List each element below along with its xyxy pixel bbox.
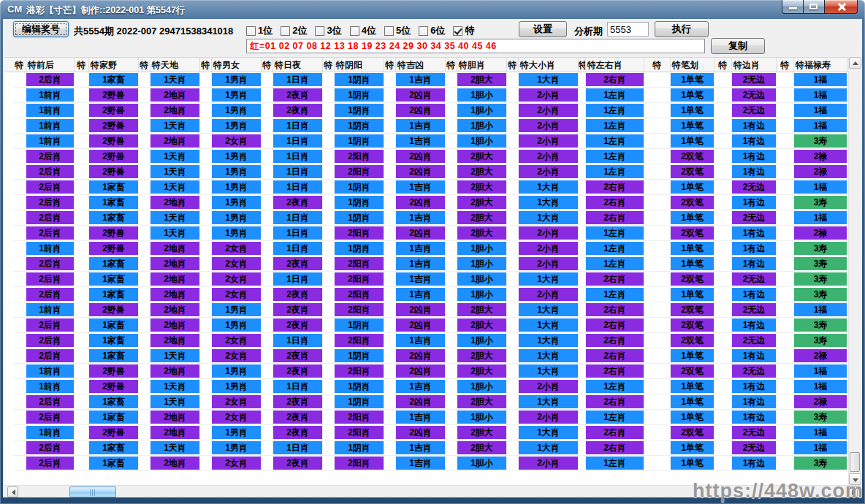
horizontal-scrollbar[interactable] (4, 485, 861, 497)
table-row[interactable]: 2后肖1家畜1天肖1男肖1日肖1阴肖1吉肖2胆大1大肖2右肖1单笔2无边1福 (13, 210, 861, 226)
checkbox-2位[interactable]: 2位 (281, 24, 307, 37)
table-row[interactable]: 1前肖2野兽2地肖1男肖2夜肖2阳肖2凶肖2胆大1大肖2右肖2双笔2无边1福 (13, 302, 861, 318)
table-row[interactable]: 2后肖1家畜1天肖1男肖1日肖1阴肖1吉肖2胆大1大肖2右肖1单笔2无边1福 (13, 440, 861, 456)
column-header[interactable]: 特前后 (26, 58, 75, 72)
maximize-button[interactable] (804, 0, 824, 14)
grid-body: 2后肖1家畜1天肖1男肖1日肖1阴肖1吉肖2胆大1大肖2右肖1单笔2无边1福1前… (4, 72, 861, 471)
grid-cell-value: 1有边 (732, 165, 776, 178)
column-header-te[interactable]: 特 (384, 58, 396, 72)
table-row[interactable]: 2后肖1家畜2地肖2女肖2夜肖2阳肖1吉肖1胆小2小肖1左肖1单笔1有边3寿 (13, 410, 861, 425)
table-row[interactable]: 1前肖2野兽2地肖1男肖2夜肖1阴肖2凶肖1胆小2小肖1左肖1单笔2无边1福 (13, 88, 861, 103)
checkbox-5位[interactable]: 5位 (384, 24, 411, 37)
execute-button[interactable]: 执行 (655, 21, 709, 37)
edit-prize-numbers-button[interactable]: 编辑奖号 (13, 21, 69, 37)
grid-cell: 1左肖 (586, 149, 644, 164)
table-row[interactable]: 2后肖1家畜2地肖2女肖2夜肖2阳肖1吉肖1胆小2小肖1左肖1单笔1有边3寿 (13, 256, 861, 272)
table-row[interactable]: 1前肖2野兽1天肖1男肖1日肖1阴肖1吉肖1胆小2小肖1左肖1单笔1有边1福 (13, 379, 861, 394)
te-spacer-cell (13, 440, 26, 456)
te-spacer-cell (13, 226, 26, 241)
grid-cell-value: 2后肖 (26, 288, 74, 301)
table-row[interactable]: 2后肖2野兽1天肖1男肖1日肖2阳肖2凶肖2胆大2小肖1左肖2双笔1有边2禄 (13, 149, 861, 164)
table-row[interactable]: 2后肖1家畜1天肖1男肖1日肖1阴肖1吉肖2胆大1大肖2右肖1单笔2无边1福 (13, 72, 861, 88)
column-header-te[interactable]: 特 (507, 58, 519, 72)
column-header-te[interactable]: 特 (200, 58, 212, 72)
column-header-te[interactable]: 特 (13, 58, 26, 72)
column-header[interactable]: 特左右肖 (586, 58, 644, 72)
grid-cell-value: 1天肖 (150, 73, 199, 86)
column-header-te[interactable]: 特 (139, 58, 150, 72)
column-header-te[interactable]: 特 (777, 58, 794, 72)
scroll-left-button[interactable] (7, 486, 18, 497)
te-spacer-cell (323, 88, 335, 103)
te-spacer-cell (13, 88, 26, 103)
table-row[interactable]: 2后肖1家畜2地肖1男肖2夜肖1阴肖2凶肖2胆大1大肖2右肖2双笔1有边3寿 (13, 195, 861, 210)
checkbox-1位[interactable]: 1位 (246, 24, 273, 37)
column-header-te[interactable]: 特 (75, 58, 89, 72)
column-header[interactable]: 特男女 (212, 58, 262, 72)
table-row[interactable]: 2后肖1家畜1天肖1男肖1日肖1阴肖1吉肖2胆大1大肖2右肖1单笔2无边1福 (13, 180, 861, 195)
table-row[interactable]: 2后肖2野兽1天肖1男肖1日肖2阳肖2凶肖2胆大2小肖1左肖2双笔1有边2禄 (13, 164, 861, 180)
grid-cell: 1阴肖 (335, 379, 384, 394)
red-numbers-field[interactable]: 红=01 02 07 08 12 13 18 19 23 24 29 30 34… (246, 39, 705, 53)
column-header[interactable]: 特大小肖 (519, 58, 579, 72)
titlebar[interactable]: CM 港彩【寸芒】制作::2022-001 第5547行 (0, 0, 865, 19)
scroll-down-button[interactable] (849, 473, 861, 485)
table-row[interactable]: 2后肖1家畜2地肖2女肖1日肖2阳肖1吉肖1胆小1大肖2右肖2双笔2无边3寿 (13, 272, 861, 287)
te-spacer-cell (384, 287, 396, 302)
vertical-scrollbar[interactable] (848, 57, 861, 485)
column-header[interactable]: 特笔划 (671, 58, 715, 72)
column-header[interactable]: 特吉凶 (396, 58, 446, 72)
grid-cell-value: 2胆大 (457, 426, 506, 439)
table-row[interactable]: 1前肖2野兽2地肖2女肖1日肖1阴肖1吉肖1胆小2小肖1左肖1单笔1有边3寿 (13, 134, 861, 149)
column-header-te[interactable]: 特 (715, 58, 732, 72)
column-header-te[interactable]: 特 (446, 58, 457, 72)
table-row[interactable]: 1前肖2野兽2地肖1男肖2夜肖2阳肖2凶肖2胆大1大肖2右肖2双笔2无边1福 (13, 425, 861, 440)
analysis-period-input[interactable] (607, 22, 649, 37)
checkbox-6位[interactable]: 6位 (419, 24, 445, 37)
grid-cell: 1胆小 (457, 134, 507, 149)
column-header[interactable]: 特福禄寿 (794, 58, 847, 72)
column-header-te[interactable]: 特 (644, 58, 671, 72)
copy-button[interactable]: 复制 (711, 38, 765, 54)
table-row[interactable]: 2后肖1家畜2地肖2女肖2夜肖2阳肖1吉肖1胆小2小肖1左肖1单笔1有边3寿 (13, 287, 861, 302)
table-row[interactable]: 2后肖1家畜2地肖2女肖1日肖2阳肖1吉肖1胆小1大肖2右肖2双笔2无边3寿 (13, 333, 861, 348)
grid-cell-value: 1日肖 (273, 272, 322, 286)
te-spacer-cell (262, 318, 273, 333)
table-row[interactable]: 2后肖1家畜1天肖2女肖2夜肖1阴肖2凶肖2胆大1大肖2右肖1单笔1有边2禄 (13, 394, 861, 410)
column-header[interactable]: 特日夜 (273, 58, 323, 72)
grid-cell: 1大肖 (519, 210, 579, 226)
column-header-te[interactable]: 特 (262, 58, 273, 72)
horizontal-scroll-thumb[interactable] (69, 486, 116, 497)
te-spacer-cell (579, 456, 586, 471)
column-header[interactable]: 特边肖 (732, 58, 777, 72)
column-header[interactable]: 特阴阳 (335, 58, 384, 72)
scroll-up-button[interactable] (849, 57, 861, 69)
column-header[interactable]: 特胆肖 (457, 58, 507, 72)
settings-button[interactable]: 设置 (519, 21, 567, 37)
table-row[interactable]: 1前肖2野兽2地肖2女肖1日肖1阴肖1吉肖1胆小2小肖1左肖1单笔1有边3寿 (13, 241, 861, 256)
checkbox-3位[interactable]: 3位 (315, 24, 341, 37)
column-header-te[interactable]: 特 (323, 58, 335, 72)
te-spacer-cell (139, 394, 150, 410)
table-row[interactable]: 2后肖1家畜2地肖1男肖2夜肖1阴肖2凶肖2胆大1大肖2右肖2双笔1有边3寿 (13, 318, 861, 333)
checkbox-4位[interactable]: 4位 (350, 24, 376, 37)
table-row[interactable]: 2后肖1家畜1天肖2女肖2夜肖1阴肖2凶肖2胆大1大肖2右肖1单笔1有边2禄 (13, 348, 861, 364)
close-button[interactable] (824, 0, 858, 14)
scroll-right-button[interactable] (847, 486, 858, 497)
grid-cell-value: 2小肖 (519, 411, 578, 424)
minimize-button[interactable] (782, 0, 804, 14)
table-row[interactable]: 1前肖2野兽2地肖1男肖2夜肖1阴肖2凶肖1胆小2小肖1左肖1单笔2无边1福 (13, 103, 861, 118)
te-spacer-cell (446, 195, 457, 210)
column-header[interactable]: 特家野 (89, 58, 139, 72)
column-header-te[interactable]: 特 (579, 58, 586, 72)
table-row[interactable]: 2后肖2野兽1天肖1男肖1日肖2阳肖2凶肖2胆大2小肖1左肖2双笔1有边2禄 (13, 226, 861, 241)
table-row[interactable]: 1前肖2野兽2地肖1男肖2夜肖2阳肖2凶肖2胆大1大肖2右肖2双笔2无边1福 (13, 364, 861, 379)
vertical-scroll-thumb[interactable] (850, 452, 860, 472)
table-row[interactable]: 2后肖1家畜2地肖2女肖2夜肖2阳肖1吉肖1胆小2小肖1左肖1单笔1有边3寿 (13, 456, 861, 471)
te-spacer-cell (446, 364, 457, 379)
table-row[interactable]: 1前肖2野兽1天肖1男肖1日肖1阴肖1吉肖1胆小2小肖1左肖1单笔1有边1福 (13, 118, 861, 134)
column-header[interactable]: 特天地 (150, 58, 200, 72)
grid-cell-value: 1阴肖 (335, 119, 384, 132)
grid-cell: 1日肖 (273, 164, 323, 180)
checkbox-特[interactable]: 特 (453, 24, 474, 37)
